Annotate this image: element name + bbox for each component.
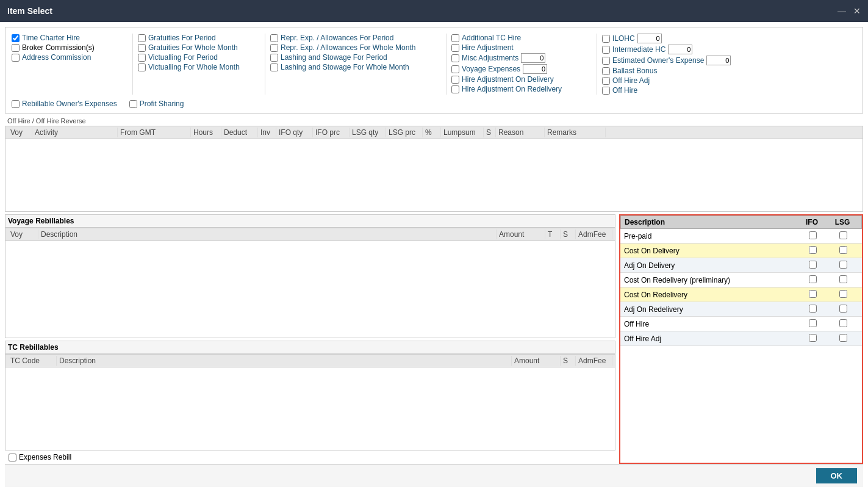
intermediate-hc-label[interactable]: Intermediate HC: [612, 45, 665, 54]
rebillable-owners-checkbox[interactable]: [12, 100, 20, 108]
hire-adjustment-checkbox[interactable]: [451, 44, 459, 52]
ballast-bonus-checkbox[interactable]: [602, 67, 610, 75]
popup-lsg-prepaid-cb[interactable]: [839, 231, 847, 239]
estimated-owners-expense-label[interactable]: Estimated Owner's Expense: [612, 56, 704, 65]
victualling-whole-month-checkbox[interactable]: [138, 63, 146, 71]
lashing-whole-month-checkbox[interactable]: [270, 63, 278, 71]
estimated-owners-expense-value[interactable]: [706, 56, 731, 65]
close-button[interactable]: ✕: [853, 6, 861, 16]
intermediate-hc-value[interactable]: [668, 45, 692, 54]
profit-sharing-checkbox[interactable]: [129, 100, 137, 108]
popup-row-prepaid: Pre-paid: [620, 229, 862, 244]
popup-ifo-cost-redelivery-cb[interactable]: [809, 290, 817, 298]
repr-period-checkbox[interactable]: [270, 34, 278, 42]
popup-row-cost-redelivery: Cost On Redelivery: [620, 288, 862, 302]
popup-lsg-cost-delivery-cb[interactable]: [839, 246, 847, 254]
expenses-rebill-label[interactable]: Expenses Rebill: [19, 453, 71, 461]
address-commission-label[interactable]: Address Commission: [22, 53, 91, 62]
popup-lsg-off-hire-cb[interactable]: [839, 319, 847, 327]
ok-button[interactable]: OK: [816, 468, 858, 483]
popup-ifo-adj-redelivery-cb[interactable]: [809, 305, 817, 313]
th-ifo-qty: IFO qty: [276, 128, 313, 137]
lashing-period-checkbox[interactable]: [270, 54, 278, 62]
hire-adj-delivery-label[interactable]: Hire Adjustment On Delivery: [462, 75, 554, 84]
additional-tc-hire-label[interactable]: Additional TC Hire: [462, 34, 521, 42]
divider-4: [597, 34, 597, 95]
rebillable-owners-label[interactable]: Rebillable Owner's Expenses: [22, 99, 117, 108]
popup-ifo-prepaid-cb[interactable]: [809, 231, 817, 239]
broker-commission-checkbox[interactable]: [12, 44, 20, 52]
hire-adj-redelivery-checkbox[interactable]: [451, 85, 459, 93]
popup-lsg-adj-redelivery-cb[interactable]: [839, 305, 847, 313]
popup-ifo-cost-delivery-cb[interactable]: [809, 246, 817, 254]
cb-broker-commission: Broker Commission(s): [12, 43, 118, 52]
ballast-bonus-label[interactable]: Ballast Bonus: [612, 67, 657, 75]
main-content: Time Charter Hire Broker Commission(s) A…: [0, 22, 868, 492]
popup-ifo-off-hire: [797, 319, 828, 329]
broker-commission-label[interactable]: Broker Commission(s): [22, 43, 95, 52]
time-charter-hire-label[interactable]: Time Charter Hire: [22, 34, 80, 42]
profit-sharing-label[interactable]: Profit Sharing: [140, 99, 184, 108]
off-hire-adj-label[interactable]: Off Hire Adj: [612, 76, 650, 85]
voyage-expenses-checkbox[interactable]: [451, 65, 459, 73]
off-hire-checkbox[interactable]: [602, 87, 610, 95]
gratuities-whole-month-checkbox[interactable]: [138, 44, 146, 52]
popup-header: Description IFO LSG: [620, 215, 862, 229]
bottom-bar: OK: [5, 464, 863, 487]
voyage-expenses-label[interactable]: Voyage Expenses: [462, 65, 520, 73]
misc-adjustments-label[interactable]: Misc Adjustments: [462, 54, 518, 62]
ilohc-checkbox[interactable]: [602, 35, 610, 43]
popup-lsg-off-hire-adj: [828, 334, 858, 344]
popup-ifo-off-hire-cb[interactable]: [809, 319, 817, 327]
th-ifo-prc: IFO prc: [313, 128, 350, 137]
victualling-period-checkbox[interactable]: [138, 54, 146, 62]
popup-lsg-cost-redelivery-prelim-cb[interactable]: [839, 275, 847, 283]
repr-period-label[interactable]: Repr. Exp. / Allowances For Period: [281, 34, 393, 42]
popup-ifo-off-hire-adj-cb[interactable]: [809, 334, 817, 342]
th-lsg-prc: LSG prc: [386, 128, 423, 137]
popup-row-cost-delivery: Cost On Delivery: [620, 244, 862, 258]
gratuities-whole-month-label[interactable]: Gratuities For Whole Month: [148, 43, 238, 52]
window-title: Item Select: [7, 6, 52, 16]
repr-whole-month-label[interactable]: Repr. Exp. / Allowances For Whole Month: [281, 43, 415, 52]
cb-hire-adj-redelivery: Hire Adjustment On Redelivery: [451, 85, 582, 93]
th-voy: Voy: [8, 128, 32, 137]
repr-whole-month-checkbox[interactable]: [270, 44, 278, 52]
cb-voyage-expenses: Voyage Expenses: [451, 64, 582, 74]
additional-tc-hire-checkbox[interactable]: [451, 34, 459, 42]
vr-th-admfee: AdmFee: [576, 230, 612, 239]
popup-ifo-adj-delivery-cb[interactable]: [809, 261, 817, 269]
popup-lsg-cost-redelivery-cb[interactable]: [839, 290, 847, 298]
cb-victualling-period: Victualling For Period: [138, 53, 250, 62]
ilohc-value[interactable]: [637, 34, 662, 43]
popup-lsg-adj-delivery-cb[interactable]: [839, 261, 847, 269]
hire-adj-delivery-checkbox[interactable]: [451, 76, 459, 84]
gratuities-period-label[interactable]: Gratuities For Period: [148, 34, 216, 42]
off-hire-label[interactable]: Off Hire: [612, 86, 637, 95]
ilohc-label[interactable]: ILOHC: [612, 34, 635, 43]
expenses-rebill-checkbox[interactable]: [9, 454, 16, 461]
intermediate-hc-checkbox[interactable]: [602, 46, 610, 54]
tr-th-amount: Amount: [512, 356, 561, 366]
off-hire-adj-checkbox[interactable]: [602, 77, 610, 85]
popup-lsg-off-hire-adj-cb[interactable]: [839, 334, 847, 342]
minimize-button[interactable]: —: [838, 6, 846, 16]
hire-adj-redelivery-label[interactable]: Hire Adjustment On Redelivery: [462, 85, 562, 93]
time-charter-hire-checkbox[interactable]: [12, 34, 20, 42]
misc-adjustments-value[interactable]: [521, 53, 545, 63]
victualling-whole-month-label[interactable]: Victualling For Whole Month: [148, 63, 240, 71]
lashing-period-label[interactable]: Lashing and Stowage For Period: [281, 53, 387, 62]
cb-intermediate-hc: Intermediate HC: [602, 45, 733, 54]
victualling-period-label[interactable]: Victualling For Period: [148, 53, 218, 62]
address-commission-checkbox[interactable]: [12, 54, 20, 62]
popup-ifo-cost-redelivery-prelim-cb[interactable]: [809, 275, 817, 283]
cb-hire-adj-delivery: Hire Adjustment On Delivery: [451, 75, 582, 84]
voyage-expenses-value[interactable]: [523, 64, 547, 74]
cb-gratuities-period: Gratuities For Period: [138, 34, 250, 42]
expenses-rebill-row: Expenses Rebill: [5, 450, 615, 464]
estimated-owners-expense-checkbox[interactable]: [602, 57, 610, 65]
misc-adjustments-checkbox[interactable]: [451, 54, 459, 62]
hire-adjustment-label[interactable]: Hire Adjustment: [462, 43, 514, 52]
lashing-whole-month-label[interactable]: Lashing and Stowage For Whole Month: [281, 63, 409, 71]
gratuities-period-checkbox[interactable]: [138, 34, 146, 42]
